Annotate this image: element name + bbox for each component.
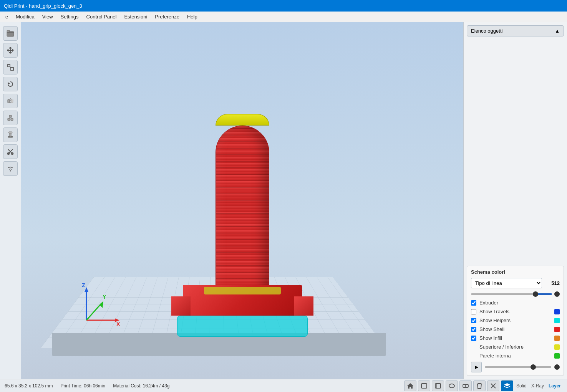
playback-row: ▶ xyxy=(471,362,560,372)
svg-rect-24 xyxy=(421,384,427,388)
support-button[interactable] xyxy=(3,127,18,142)
open-file-button[interactable] xyxy=(3,26,18,41)
svg-rect-1 xyxy=(7,30,10,32)
menu-item-modifica[interactable]: Modifica xyxy=(12,13,38,21)
svg-rect-2 xyxy=(8,65,10,67)
viewport[interactable]: Z X Y xyxy=(21,22,463,379)
view-top-button[interactable] xyxy=(446,380,458,391)
extruder-row: Extruder xyxy=(471,300,560,306)
line-type-select[interactable]: Tipo di linea xyxy=(471,278,542,288)
superiore-row: Superiore / Inferiore xyxy=(471,344,560,350)
svg-point-14 xyxy=(10,170,11,172)
show-helpers-checkbox[interactable] xyxy=(471,318,476,323)
menu-item-file[interactable]: e xyxy=(2,13,12,21)
menu-item-preferenze[interactable]: Preferenze xyxy=(151,13,183,21)
playback-slider[interactable] xyxy=(485,366,551,368)
show-travels-checkbox[interactable] xyxy=(471,309,476,314)
parete-row: Parete interna xyxy=(471,353,560,359)
parete-label: Parete interna xyxy=(479,353,511,359)
object-list-label: Elenco oggetti xyxy=(471,28,502,34)
arrange-button[interactable] xyxy=(3,111,18,125)
helpers-color-dot xyxy=(554,318,560,323)
superiore-color-dot xyxy=(554,344,560,350)
base-right-extension xyxy=(294,296,313,316)
shell-row: Show Shell xyxy=(471,326,560,332)
slider-max-dot xyxy=(554,291,560,297)
layer-slider-container xyxy=(471,291,560,297)
schema-title: Schema colori xyxy=(471,269,560,275)
menu-item-settings[interactable]: Settings xyxy=(57,13,83,21)
show-travels-label: Show Travels xyxy=(479,309,509,314)
svg-point-27 xyxy=(449,384,454,388)
svg-text:Z: Z xyxy=(82,282,85,288)
move-tool-button[interactable] xyxy=(3,43,18,58)
axes-indicator: Z X Y xyxy=(75,282,121,329)
parete-color-dot xyxy=(554,353,560,359)
title-bar: Qidi Print - hand_grip_glock_gen_3 xyxy=(0,0,567,12)
scale-tool-button[interactable] xyxy=(3,60,18,74)
menu-item-view[interactable]: View xyxy=(38,13,57,21)
base-left-extension xyxy=(171,296,191,316)
material-cost-text: Material Cost: 16.24m / 43g xyxy=(113,383,169,389)
extruder-label: Extruder xyxy=(479,300,498,306)
svg-marker-22 xyxy=(99,301,103,308)
view-home-button[interactable] xyxy=(404,380,416,391)
cylinder-top-cap xyxy=(216,114,269,126)
show-infill-checkbox[interactable] xyxy=(471,336,476,341)
layer-mode-label[interactable]: Layer xyxy=(547,383,562,389)
object-base xyxy=(183,285,302,316)
play-button[interactable]: ▶ xyxy=(471,362,482,372)
infill-color-dot xyxy=(554,336,560,341)
show-helpers-label: Show Helpers xyxy=(479,318,511,323)
cut-button[interactable] xyxy=(3,144,18,159)
solid-mode-label[interactable]: Solid xyxy=(515,383,528,389)
cylinder-body xyxy=(216,126,269,298)
layer-slider[interactable] xyxy=(471,293,552,295)
schema-section: Schema colori Tipo di linea 512 Extruder xyxy=(467,266,564,376)
svg-rect-11 xyxy=(8,132,12,133)
rotate-tool-button[interactable] xyxy=(3,77,18,91)
svg-rect-6 xyxy=(8,118,10,121)
view-front-button[interactable] xyxy=(418,380,430,391)
menu-item-estensioni[interactable]: Estensioni xyxy=(120,13,151,21)
xray-mode-label[interactable]: X-Ray xyxy=(530,383,545,389)
shell-color-dot xyxy=(554,327,560,332)
travels-row: Show Travels xyxy=(471,309,560,314)
left-toolbar xyxy=(0,22,21,379)
menu-bar: e Modifica View Settings Control Panel E… xyxy=(0,12,567,22)
svg-rect-25 xyxy=(435,384,441,388)
support-base xyxy=(177,316,308,337)
svg-rect-0 xyxy=(7,31,14,36)
travels-color-dot xyxy=(554,309,560,314)
svg-text:X: X xyxy=(116,321,120,327)
3d-object-container xyxy=(177,114,308,337)
svg-line-21 xyxy=(86,303,102,320)
menu-item-help[interactable]: Help xyxy=(183,13,201,21)
svg-rect-4 xyxy=(8,99,10,103)
svg-rect-3 xyxy=(11,68,13,70)
svg-text:Y: Y xyxy=(103,294,106,300)
show-shell-label: Show Shell xyxy=(479,326,504,332)
chevron-up-icon: ▲ xyxy=(555,28,560,34)
title-text: Qidi Print - hand_grip_glock_gen_3 xyxy=(4,3,82,9)
svg-rect-8 xyxy=(9,115,12,117)
extruder-checkbox[interactable] xyxy=(471,300,476,306)
helpers-row: Show Helpers xyxy=(471,318,560,323)
menu-item-control-panel[interactable]: Control Panel xyxy=(83,13,121,21)
infill-row: Show Infill xyxy=(471,335,560,341)
main-layout: Z X Y Elenco oggetti ▲ Schema colori xyxy=(0,22,567,379)
print-time-text: Print Time: 06h 06min xyxy=(60,383,105,389)
mirror-tool-button[interactable] xyxy=(3,94,18,108)
wifi-button[interactable] xyxy=(3,161,18,176)
object-list-button[interactable]: Elenco oggetti ▲ xyxy=(467,25,564,36)
delete-button[interactable] xyxy=(473,380,486,391)
dropdown-row: Tipo di linea 512 xyxy=(471,278,560,288)
status-bar-right: Solid X-Ray Layer xyxy=(404,380,562,391)
svg-rect-7 xyxy=(11,118,13,121)
view-bottom-button[interactable] xyxy=(459,380,472,391)
show-shell-checkbox[interactable] xyxy=(471,327,476,332)
layers-button[interactable] xyxy=(501,380,513,391)
cancel-button[interactable] xyxy=(487,380,499,391)
panel-spacer xyxy=(467,39,564,148)
view-back-button[interactable] xyxy=(432,380,444,391)
